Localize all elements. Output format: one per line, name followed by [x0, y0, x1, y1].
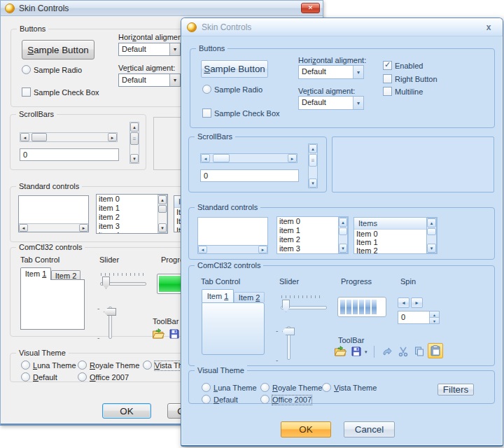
scroll-down-icon[interactable]: ▾ [130, 154, 139, 163]
list-item[interactable]: item 3 [97, 222, 167, 231]
list-item[interactable]: item 4 [97, 231, 167, 234]
sample-button[interactable]: Sample Button [201, 60, 268, 78]
radio-royale-label[interactable]: Royale Theme [272, 384, 322, 393]
sample-checkbox[interactable] [202, 108, 211, 118]
radio-vista[interactable] [322, 383, 331, 392]
radio-vista-label[interactable]: Vista Theme [334, 384, 377, 393]
multiline-checkbox[interactable] [383, 87, 392, 96]
list-item[interactable]: item 2 [277, 235, 348, 244]
scroll-down-icon[interactable]: ▾ [309, 178, 317, 188]
scroll-right-icon[interactable]: ▸ [288, 154, 297, 162]
scrollbar-track[interactable] [28, 224, 79, 232]
vertical-scrollbar[interactable]: ▴ ≡ ▾ [130, 122, 139, 164]
radio-default[interactable] [202, 395, 211, 404]
scrollbar-track[interactable] [29, 133, 108, 141]
scroll-down-icon[interactable]: ▾ [158, 223, 167, 232]
scrollbar-track[interactable] [339, 227, 347, 244]
vslider-thumb[interactable] [104, 308, 116, 316]
slider-thumb[interactable] [282, 300, 290, 312]
slider-thumb[interactable] [102, 276, 110, 289]
horizontal-scrollbar[interactable]: ◂ ▸ [200, 153, 298, 163]
save-icon[interactable] [167, 327, 181, 341]
chevron-down-icon[interactable]: ▾ [353, 66, 363, 78]
list-item[interactable]: item 4 [277, 253, 348, 254]
scroll-up-icon[interactable]: ▴ [130, 122, 139, 132]
scroll-value-field[interactable]: 0 [20, 148, 119, 161]
save-icon[interactable] [349, 344, 363, 358]
paste-icon[interactable] [428, 343, 443, 358]
scroll-left-icon[interactable]: ◂ [20, 133, 29, 141]
horizontal-alignment-combo[interactable]: Default ▾ [118, 43, 181, 56]
enabled-checkbox-label[interactable]: Enabled [395, 62, 423, 71]
scrollbar-thumb[interactable] [158, 205, 167, 213]
sample-radio[interactable] [22, 65, 31, 74]
radio-office2007[interactable] [260, 395, 270, 404]
ok-button[interactable]: OK [102, 403, 151, 419]
scroll-left-icon[interactable]: ◂ [198, 246, 207, 253]
ok-button[interactable]: OK [281, 421, 331, 438]
spin-edit[interactable]: 0 ▴ ▾ [398, 311, 440, 324]
scrollbar-track[interactable] [427, 227, 436, 244]
vslider-thumb[interactable] [282, 328, 295, 335]
list-item[interactable]: item 0 [97, 195, 167, 204]
scrollbar-thumb[interactable] [213, 154, 230, 162]
scroll-down-icon[interactable]: ▾ [339, 244, 347, 253]
scroll-left-icon[interactable]: ◂ [201, 154, 210, 162]
open-icon[interactable] [151, 327, 165, 341]
radio-default-label[interactable]: Default [33, 373, 57, 382]
sample-checkbox[interactable] [22, 88, 31, 97]
list-item[interactable]: Item 0 [354, 230, 426, 238]
listview[interactable]: Items Item 0 Item 1 Item 2 ▴ ▾ [354, 217, 438, 254]
list-item[interactable]: item 1 [277, 226, 348, 235]
scroll-value-field[interactable]: 0 [200, 169, 299, 182]
scroll-right-icon[interactable]: ▸ [108, 133, 117, 141]
scrollbar-thumb[interactable] [427, 228, 436, 235]
scroll-up-icon[interactable]: ▴ [309, 144, 317, 153]
save-dropdown-icon[interactable]: ▾ [365, 349, 368, 355]
radio-royale[interactable] [78, 360, 87, 370]
tab-item-1[interactable]: Item 1 [20, 267, 51, 280]
right-button-checkbox[interactable] [383, 74, 392, 83]
radio-royale-label[interactable]: Royale Theme [90, 361, 139, 370]
radio-royale[interactable] [260, 383, 270, 392]
spin-right-button[interactable]: ▸ [411, 298, 423, 308]
open-icon[interactable] [333, 344, 347, 358]
cut-icon[interactable] [396, 344, 410, 358]
sample-checkbox-label[interactable]: Sample Check Box [214, 109, 280, 118]
list-item[interactable]: item 0 [277, 217, 348, 226]
radio-luna-label[interactable]: Luna Theme [214, 384, 257, 393]
chevron-down-icon[interactable]: ▾ [169, 74, 180, 86]
sample-radio-label[interactable]: Sample Radio [214, 85, 262, 94]
spin-value[interactable]: 0 [398, 312, 429, 323]
close-button[interactable]: x [483, 22, 494, 34]
memo-box[interactable]: ◂ ▸ [197, 217, 268, 254]
undo-icon[interactable] [380, 344, 394, 358]
list-item[interactable]: Item 2 [354, 246, 426, 254]
radio-luna[interactable] [202, 383, 211, 392]
radio-default[interactable] [21, 372, 30, 382]
radio-default-label[interactable]: Default [214, 396, 238, 405]
multiline-checkbox-label[interactable]: Multiline [395, 88, 423, 97]
list-item[interactable]: Item 1 [354, 238, 426, 246]
horizontal-scrollbar[interactable]: ◂ ▸ [20, 132, 118, 142]
enabled-checkbox[interactable]: ✓ [383, 61, 392, 70]
scroll-down-icon[interactable]: ▾ [427, 244, 436, 253]
radio-office2007-label[interactable]: Office 2007 [272, 396, 312, 405]
scrollbar-thumb[interactable] [31, 133, 47, 141]
chevron-down-icon[interactable]: ▾ [169, 43, 180, 55]
scroll-right-icon[interactable]: ▸ [79, 224, 88, 232]
right-button-checkbox-label[interactable]: Right Button [395, 75, 438, 84]
scroll-up-icon[interactable]: ▴ [158, 195, 167, 204]
tab-item-2[interactable]: Item 2 [234, 292, 265, 302]
list-item[interactable]: item 2 [97, 213, 167, 222]
chevron-down-icon[interactable]: ▾ [353, 97, 363, 109]
listbox[interactable]: item 0 item 1 item 2 item 3 item 4 ▴ ▾ [96, 194, 168, 234]
scrollbar-track[interactable]: ≡ [130, 132, 139, 154]
scrollbar-thumb[interactable] [339, 227, 347, 235]
scrollbar-track[interactable] [158, 204, 167, 223]
radio-vista[interactable] [143, 360, 152, 370]
memo-box[interactable]: ◂ ▸ [18, 195, 89, 232]
vertical-scrollbar[interactable]: ▴ ▾ [426, 218, 437, 253]
listview-header[interactable]: Items [354, 218, 427, 230]
vertical-scrollbar[interactable]: ▴ ▾ [338, 217, 348, 253]
